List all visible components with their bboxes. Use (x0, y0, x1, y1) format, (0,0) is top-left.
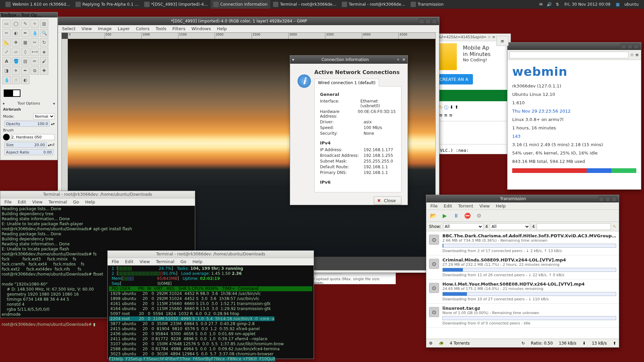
terminal-output[interactable]: 1 [|||||||||| 24.7%] Tasks: 104, 199 thr… (108, 265, 314, 362)
tool-eraser[interactable]: ◨ (2, 66, 11, 75)
titlebar[interactable] (507, 43, 641, 50)
panel-task[interactable]: Terminal - root@rk3066de… (339, 0, 408, 9)
maximize-icon[interactable] (605, 196, 610, 201)
tool-move[interactable]: ✥ (12, 38, 20, 47)
network-indicator-icon[interactable]: ⇅ (554, 2, 561, 7)
panel-task[interactable]: Transmission (408, 0, 446, 9)
menu-terminal[interactable]: Terminal (153, 258, 177, 265)
expand-icon[interactable]: ＋ (396, 57, 400, 62)
tool-color-picker[interactable]: 💧 (31, 29, 39, 37)
tool-foreground[interactable]: ◐ (12, 29, 20, 37)
panel-task[interactable]: Terminal - root@rk3066de… (270, 0, 339, 9)
opacity-slider[interactable]: Opacity100.0 (4, 121, 50, 127)
brush-preview-icon[interactable] (3, 134, 10, 140)
menu-file[interactable]: File (109, 258, 122, 265)
clear-icon[interactable]: ✎ (613, 224, 616, 229)
tool-paths[interactable]: ✒ (21, 29, 30, 37)
torrent-item[interactable]: ⊙Criminal.Minds.S08E09.HDTV.x264-LOL.[VT… (426, 255, 619, 280)
tool-measure[interactable]: 📐 (2, 38, 11, 47)
toolbar-icon[interactable]: ⬇ (450, 105, 453, 111)
procs-link[interactable]: 143 (512, 132, 636, 140)
menu-view[interactable]: View (79, 25, 95, 32)
panel-task[interactable]: Connection Information (211, 0, 270, 9)
tool-paintbrush[interactable]: 🖌 (40, 57, 48, 65)
user-menu[interactable]: ubuntu (622, 2, 641, 7)
tool-text[interactable]: A (2, 57, 11, 65)
gear-icon[interactable]: ⚙ (429, 341, 433, 346)
menu-layer[interactable]: Layer (115, 25, 132, 32)
mail-icon[interactable]: ✉ (537, 2, 545, 7)
start-icon[interactable]: ▶ (440, 212, 449, 220)
menu-torrent[interactable]: Torrent (455, 203, 476, 209)
menu-view[interactable]: View (30, 199, 45, 205)
time-link[interactable]: Thu Nov 29 23:23:56 2012 (512, 107, 636, 115)
menu-file[interactable]: File (428, 203, 440, 209)
torrent-item[interactable]: ⊙How.I.Met.Your.Mother.S08E08.HDTV.x264-… (426, 280, 619, 304)
panel-task[interactable]: Replying To Pre-Alpha 0.1 … (73, 0, 142, 9)
titlebar[interactable]: Transmission (426, 195, 619, 202)
turtle-icon[interactable]: 🐢 (439, 341, 444, 346)
tool-rect-select[interactable]: ▭ (2, 19, 11, 28)
menu-icon[interactable]: ≡ (496, 36, 508, 46)
tool-scale[interactable]: ⤢ (2, 48, 11, 56)
menu-go[interactable]: Go (178, 258, 189, 265)
toolbar-icon[interactable]: ⓘ (444, 105, 448, 111)
tool-rotate[interactable]: ↻ (40, 38, 48, 47)
minimize-icon[interactable] (419, 18, 424, 24)
tool-pencil[interactable]: ✏ (31, 57, 39, 65)
menu-colors[interactable]: Colors (133, 25, 152, 32)
open-icon[interactable]: 📂 (429, 212, 438, 220)
titlebar[interactable]: Toolbox - Tool Op… (0, 12, 57, 17)
tool-free-select[interactable]: ✎ (21, 19, 30, 28)
torrent-item[interactable]: ⊙BBC.The.Dark.Charisma.of.Adolf.Hitler.3… (426, 231, 619, 255)
tool-dodge[interactable]: ◐ (21, 76, 30, 84)
stepper-icon[interactable]: ▴▾ (51, 122, 55, 126)
stepper-icon[interactable]: ▴▾ (48, 143, 52, 147)
tool-align[interactable]: ▦ (21, 38, 30, 47)
close-icon[interactable] (634, 44, 639, 49)
minimize-icon[interactable] (621, 44, 626, 49)
menu-filters[interactable]: Filters (170, 25, 188, 32)
tool-ink[interactable]: ✒ (21, 66, 30, 75)
titlebar[interactable]: Terminal - root@rk3066dev: /home/ubuntu/… (108, 251, 314, 258)
menu-go[interactable]: Go (70, 199, 82, 205)
size-slider[interactable]: Size20.00 (4, 142, 47, 148)
menu-help[interactable]: Help (190, 258, 205, 265)
fg-color[interactable] (4, 89, 13, 97)
menu-image[interactable]: Image (95, 25, 114, 32)
close-icon[interactable] (432, 18, 437, 24)
tool-airbrush[interactable]: ✈ (12, 66, 20, 75)
tool-zoom[interactable]: 🔍 (40, 29, 48, 37)
tool-cage[interactable]: ◈ (40, 48, 48, 56)
menu-help[interactable]: Help (83, 199, 98, 205)
menu-terminal[interactable]: Terminal (46, 199, 70, 205)
menu-view[interactable]: View (477, 203, 492, 209)
remove-icon[interactable]: ⛔ (463, 212, 472, 220)
titlebar[interactable]: Terminal - root@rk3066dev: /home/ubuntu/… (0, 191, 195, 198)
mode-select[interactable]: Normal (33, 113, 55, 119)
htop-selected-row[interactable]: 2204 root 20 0 110M 51032 4990 S 1.0 5.4… (109, 316, 274, 321)
tool-color-select[interactable]: ▥ (40, 19, 48, 28)
tool-smudge[interactable]: ☝ (12, 76, 20, 84)
omnibox[interactable] (509, 52, 629, 58)
torrent-item[interactable]: ⊙linuxroot.tar.gzNone of 1.05 GB (0.00%)… (426, 304, 619, 328)
panel-task[interactable]: *[DSC_4993] (imported)-4… (142, 0, 211, 9)
pause-icon[interactable]: ⏸ (452, 212, 461, 220)
color-swatches[interactable] (0, 85, 57, 99)
close-icon[interactable] (611, 196, 617, 201)
titlebar[interactable]: *[DSC_4993] (imported)-4.0 (RGB color, 1… (58, 17, 439, 25)
close-icon[interactable]: ✕ (402, 57, 406, 62)
search-input[interactable] (537, 223, 611, 230)
tool-bucket[interactable]: 🪣 (12, 57, 20, 65)
menu-edit[interactable]: Edit (441, 203, 455, 209)
tool-ellipse-select[interactable]: ◯ (12, 19, 20, 28)
maximize-icon[interactable] (425, 18, 431, 24)
tool-heal[interactable]: ✚ (40, 66, 48, 75)
menu-select[interactable]: Select (59, 25, 78, 32)
menu-tools[interactable]: Tools (153, 25, 169, 32)
filter-status[interactable]: All (443, 223, 483, 230)
align-icon[interactable]: ≡ (449, 113, 453, 118)
panel-task[interactable]: Webmin 1.610 on rk3066d… (3, 0, 73, 9)
menu-icon[interactable]: ≡ (635, 52, 639, 57)
create-button[interactable]: CREATE AN A (435, 74, 473, 84)
